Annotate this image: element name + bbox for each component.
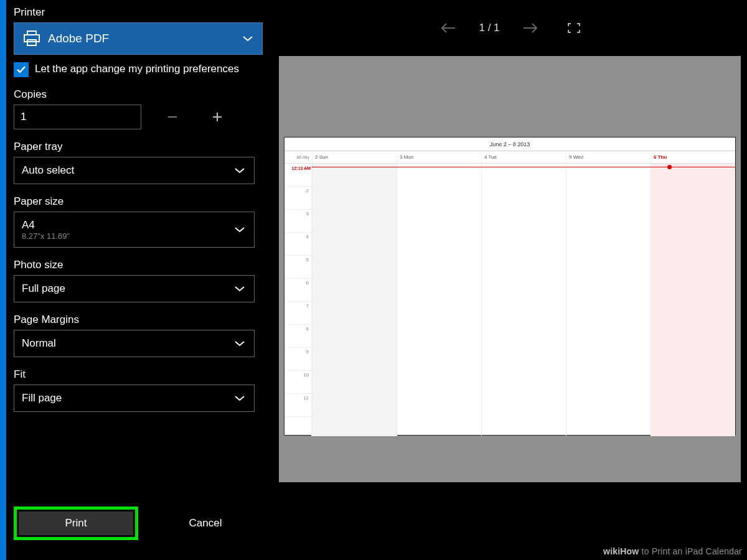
paper-size-label: Paper size (14, 195, 263, 208)
day-header: 3 Mon (397, 151, 481, 163)
print-button[interactable]: Print (19, 511, 133, 535)
calendar-time-column: 1 2 3 4 5 6 7 8 9 10 11 (284, 164, 312, 436)
paper-size-dims: 8.27"x 11.69" (22, 231, 70, 241)
hour-label: 8 (284, 325, 311, 348)
day-header-today: 6 Thu (651, 151, 735, 163)
hour-label: 3 (284, 210, 311, 233)
hour-label: 10 (284, 371, 311, 394)
window-edge (0, 0, 6, 560)
calendar-column (566, 164, 651, 436)
paper-tray-select[interactable]: Auto select (14, 157, 255, 184)
photo-size-value: Full page (22, 282, 65, 295)
calendar-body: 1 2 3 4 5 6 7 8 9 10 11 (284, 164, 735, 436)
hour-label: 9 (284, 348, 311, 371)
preview-canvas: June 2 – 8 2013 all-day 2 Sun 3 Mon 4 Tu… (279, 56, 741, 482)
photo-size-label: Photo size (14, 259, 263, 271)
printing-prefs-checkbox-row[interactable]: Let the app change my printing preferenc… (14, 62, 263, 77)
photo-size-select[interactable]: Full page (14, 275, 255, 302)
fit-field: Fit Fill page (14, 368, 263, 412)
paper-tray-value: Auto select (22, 164, 74, 177)
preview-document: June 2 – 8 2013 all-day 2 Sun 3 Mon 4 Tu… (284, 137, 736, 436)
fit-label: Fit (14, 368, 263, 381)
next-page-button[interactable] (522, 22, 538, 34)
print-button-highlight: Print (14, 506, 138, 540)
chevron-down-icon (242, 35, 253, 42)
fit-page-button[interactable] (567, 22, 581, 34)
paper-size-value: A4 (22, 219, 35, 231)
paper-size-select[interactable]: A4 8.27"x 11.69" (14, 212, 255, 248)
hour-label: 6 (284, 279, 311, 302)
now-time-label: 12:13 AM (284, 166, 311, 170)
printer-label: Printer (14, 6, 263, 19)
copies-field: Copies (14, 88, 263, 129)
paper-tray-label: Paper tray (14, 141, 263, 153)
calendar-grid: 12:13 AM (312, 164, 735, 436)
day-header: 4 Tue (481, 151, 566, 163)
photo-size-field: Photo size Full page (14, 259, 263, 302)
day-header: 2 Sun (312, 151, 397, 163)
calendar-column (312, 164, 397, 436)
chevron-down-icon (234, 340, 245, 347)
prev-page-button[interactable] (440, 22, 456, 34)
printing-prefs-label: Let the app change my printing preferenc… (35, 62, 239, 77)
printer-name: Adobe PDF (48, 32, 109, 45)
printer-select[interactable]: Adobe PDF (14, 22, 263, 55)
preview-toolbar: 1 / 1 (274, 0, 747, 56)
calendar-column (481, 164, 566, 436)
page-sep: / (485, 22, 494, 34)
print-settings-panel: Printer Adobe PDF Let the app change my … (6, 0, 274, 560)
paper-size-field: Paper size A4 8.27"x 11.69" (14, 195, 263, 248)
chevron-down-icon (234, 286, 245, 292)
now-indicator-line: 12:13 AM (312, 167, 735, 167)
copies-decrement-button[interactable] (159, 105, 186, 129)
day-header: 5 Wed (566, 151, 651, 163)
watermark: wikiHow to Print an iPad Calendar (603, 546, 742, 556)
cancel-button[interactable]: Cancel (148, 511, 263, 535)
calendar-column (397, 164, 481, 436)
checkbox-checked-icon (14, 62, 29, 77)
page-total: 1 (494, 22, 499, 34)
hour-label: 4 (284, 233, 311, 256)
page-margins-label: Page Margins (14, 314, 263, 326)
watermark-title: to Print an iPad Calendar (639, 546, 742, 556)
page-current: 1 (479, 22, 484, 34)
copies-input[interactable] (14, 105, 141, 129)
dialog-actions: Print Cancel (14, 506, 263, 540)
calendar-day-header: all-day 2 Sun 3 Mon 4 Tue 5 Wed 6 Thu (284, 151, 735, 164)
calendar-column-today (651, 164, 735, 436)
hour-label: 11 (284, 394, 311, 417)
copies-label: Copies (14, 88, 263, 101)
now-indicator-dot (667, 165, 672, 169)
page-indicator: 1 / 1 (479, 22, 499, 34)
chevron-down-icon (234, 395, 245, 401)
fit-select[interactable]: Fill page (14, 385, 255, 412)
copies-increment-button[interactable] (204, 105, 231, 129)
page-margins-value: Normal (22, 337, 56, 350)
hour-label: 2 (284, 187, 311, 210)
svg-rect-2 (27, 40, 36, 45)
chevron-down-icon (234, 226, 245, 233)
print-preview-area: 1 / 1 June 2 – 8 2013 all-day 2 Sun 3 Mo… (274, 0, 747, 560)
page-margins-select[interactable]: Normal (14, 330, 255, 357)
svg-rect-1 (24, 35, 39, 42)
hour-label: 7 (284, 302, 311, 325)
hour-label: 5 (284, 256, 311, 279)
watermark-brand: wikiHow (603, 546, 639, 556)
printer-icon (23, 30, 40, 47)
calendar-title: June 2 – 8 2013 (284, 138, 735, 151)
fit-value: Fill page (22, 392, 62, 404)
allday-label: all-day (284, 151, 312, 163)
chevron-down-icon (234, 167, 245, 174)
paper-tray-field: Paper tray Auto select (14, 141, 263, 184)
page-margins-field: Page Margins Normal (14, 314, 263, 357)
